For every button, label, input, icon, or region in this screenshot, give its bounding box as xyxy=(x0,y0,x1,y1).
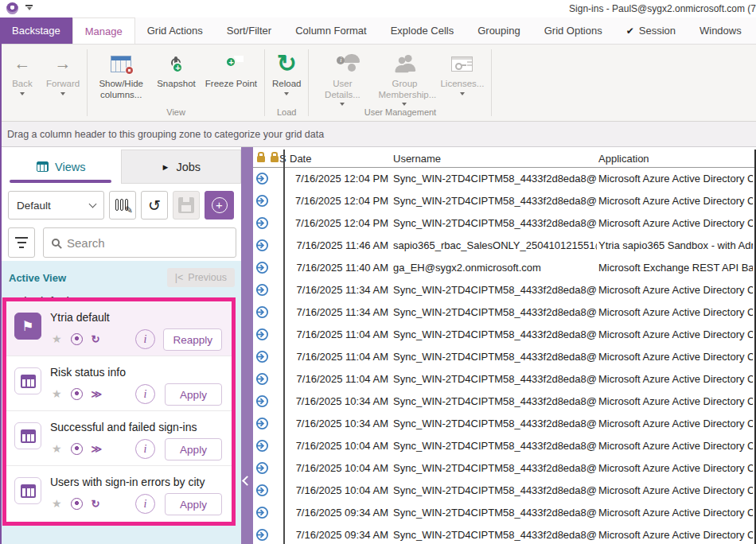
view-list-item[interactable]: ⚑ Risk status info ★ ≫ i Apply xyxy=(6,356,232,411)
favorite-star-icon[interactable]: ★ xyxy=(52,497,62,510)
table-row[interactable]: 7/16/2025 11:40 AM ga_EH@sygx2.onmicroso… xyxy=(253,257,754,279)
cell-application[interactable]: Microsoft Azure Active Directory Co xyxy=(598,217,753,229)
cell-username[interactable]: Sync_WIN-2TD4CIPTM58_4433f2d8eda8@syg xyxy=(393,328,597,340)
view-category-select[interactable]: Default xyxy=(8,191,104,220)
apply-view-button[interactable]: Apply xyxy=(165,493,222,515)
cell-username[interactable]: Sync_WIN-2TD4CIPTM58_4433f2d8eda8@syg xyxy=(393,195,597,207)
ribbon-tab[interactable]: ✔ Grouping xyxy=(466,17,532,44)
group-membership-button[interactable]: Group Membership... xyxy=(373,49,435,107)
cell-date[interactable]: 7/16/2025 11:04 AM xyxy=(285,328,388,340)
ribbon-tab[interactable]: ✔ Grid Actions xyxy=(135,17,215,44)
back-button[interactable]: ← Back xyxy=(3,49,41,107)
table-row[interactable]: 7/16/2025 11:34 AM Sync_WIN-2TD4CIPTM58_… xyxy=(253,279,754,301)
tab-views[interactable]: Views xyxy=(2,150,121,184)
cell-application[interactable]: Microsoft Azure Active Directory Co xyxy=(598,462,753,474)
user-details-button[interactable]: i User Details... xyxy=(311,49,373,107)
table-row[interactable]: 7/16/2025 10:34 AM Sync_WIN-2TD4CIPTM58_… xyxy=(253,413,754,435)
cell-application[interactable]: Microsoft Azure Active Directory Co xyxy=(598,507,753,519)
table-row[interactable]: 7/16/2025 12:04 PM Sync_WIN-2TD4CIPTM58_… xyxy=(253,212,754,235)
cell-username[interactable]: Sync_WIN-2TD4CIPTM58_4433f2d8eda8@syg xyxy=(393,529,597,541)
cell-username[interactable]: ga_EH@sygx2.onmicrosoft.com xyxy=(393,262,597,274)
cell-date[interactable]: 7/16/2025 09:34 AM xyxy=(285,507,388,519)
edit-columns-button[interactable]: ✎ xyxy=(109,191,136,220)
ribbon-tab[interactable]: ✔ Manage xyxy=(72,17,135,44)
table-row[interactable]: 7/16/2025 12:04 PM Sync_WIN-2TD4CIPTM58_… xyxy=(253,190,754,212)
forward-button[interactable]: → Forward xyxy=(41,49,84,107)
cell-date[interactable]: 7/16/2025 11:34 AM xyxy=(285,306,388,318)
cell-username[interactable]: Sync_WIN-2TD4CIPTM58_4433f2d8eda8@syg xyxy=(393,373,597,385)
undo-button[interactable]: ↺ xyxy=(141,191,168,220)
cell-application[interactable]: Microsoft Azure Active Directory Co xyxy=(598,440,753,452)
ribbon-tab[interactable]: ✔ Explode Cells xyxy=(379,17,466,44)
licenses-button[interactable]: Licenses... xyxy=(435,49,489,107)
cell-date[interactable]: 7/16/2025 12:04 PM xyxy=(285,217,388,229)
cell-application[interactable]: Microsoft Azure Active Directory Co xyxy=(598,306,753,318)
cell-application[interactable]: Microsoft Exchange REST API Based xyxy=(598,262,753,274)
cell-date[interactable]: 7/16/2025 12:04 PM xyxy=(285,195,388,207)
cell-application[interactable]: Microsoft Azure Active Directory Co xyxy=(598,373,753,385)
user-details-dropdown-icon[interactable] xyxy=(340,103,345,106)
cell-username[interactable]: Sync_WIN-2TD4CIPTM58_4433f2d8eda8@syg xyxy=(393,440,597,452)
cell-date[interactable]: 7/16/2025 11:46 AM xyxy=(285,239,388,251)
cell-date[interactable]: 7/16/2025 11:04 AM xyxy=(285,351,388,363)
cell-application[interactable]: Ytria sapio365 Sandbox - with Adm xyxy=(598,239,753,251)
cell-date[interactable]: 7/16/2025 11:04 AM xyxy=(285,373,388,385)
previous-view-button[interactable]: |< Previous xyxy=(167,268,235,287)
table-row[interactable]: 7/16/2025 11:04 AM Sync_WIN-2TD4CIPTM58_… xyxy=(253,368,754,391)
panel-splitter[interactable] xyxy=(241,147,253,544)
cell-username[interactable]: Sync_WIN-2TD4CIPTM58_4433f2d8eda8@syg xyxy=(393,173,597,185)
table-row[interactable]: 7/16/2025 09:34 AM Sync_WIN-2TD4CIPTM58_… xyxy=(253,502,754,524)
filter-button[interactable] xyxy=(8,227,35,258)
cell-date[interactable]: 7/16/2025 10:04 AM xyxy=(285,440,388,452)
cell-username[interactable]: sapio365_rbac_SalesONLY_250410121551@o xyxy=(393,239,597,251)
table-row[interactable]: 7/16/2025 10:04 AM Sync_WIN-2TD4CIPTM58_… xyxy=(253,480,754,502)
collapse-panel-chevron-icon[interactable] xyxy=(242,476,252,486)
apply-view-button[interactable]: Reapply xyxy=(163,328,222,351)
freeze-point-button[interactable]: + Freeze Point xyxy=(201,49,262,107)
lock-column-icon[interactable] xyxy=(271,156,279,162)
cell-application[interactable]: Microsoft Azure Active Directory Co xyxy=(598,195,753,207)
view-list-item[interactable]: ⚑ Successful and failed sign-ins ★ ≫ i A… xyxy=(6,411,232,466)
ribbon-tab[interactable]: ✔ Windows xyxy=(688,17,754,44)
quick-access-dropdown-icon[interactable] xyxy=(25,5,33,10)
cell-username[interactable]: Sync_WIN-2TD4CIPTM58_4433f2d8eda8@syg xyxy=(393,484,597,496)
back-dropdown-icon[interactable] xyxy=(20,92,25,95)
info-button[interactable]: i xyxy=(135,329,155,349)
cell-application[interactable]: Microsoft Azure Active Directory Co xyxy=(598,529,753,541)
cell-date[interactable]: 7/16/2025 12:04 PM xyxy=(285,173,388,185)
info-button[interactable]: i xyxy=(135,384,155,404)
cell-date[interactable]: 7/16/2025 09:34 AM xyxy=(285,529,388,541)
info-button[interactable]: i xyxy=(135,439,155,459)
apply-view-button[interactable]: Apply xyxy=(165,383,222,406)
licenses-dropdown-icon[interactable] xyxy=(460,92,465,95)
column-header-application[interactable]: Application xyxy=(598,153,649,165)
column-header-date[interactable]: Date xyxy=(290,153,311,165)
cell-username[interactable]: Sync_WIN-2TD4CIPTM58_4433f2d8eda8@syg xyxy=(393,306,597,318)
cell-application[interactable]: Microsoft Azure Active Directory Co xyxy=(598,351,753,363)
table-row[interactable]: 7/16/2025 10:04 AM Sync_WIN-2TD4CIPTM58_… xyxy=(253,457,754,480)
ribbon-tab[interactable]: ✔ Backstage xyxy=(0,17,72,44)
table-row[interactable]: 7/16/2025 10:04 AM Sync_WIN-2TD4CIPTM58_… xyxy=(253,435,754,457)
cell-application[interactable]: Microsoft Azure Active Directory Co xyxy=(598,395,753,407)
cell-username[interactable]: Sync_WIN-2TD4CIPTM58_4433f2d8eda8@syg xyxy=(393,418,597,429)
favorite-star-icon[interactable]: ★ xyxy=(52,442,62,455)
save-view-button[interactable] xyxy=(173,191,200,220)
table-row[interactable]: 7/16/2025 11:04 AM Sync_WIN-2TD4CIPTM58_… xyxy=(253,324,754,346)
apply-view-button[interactable]: Apply xyxy=(165,438,222,460)
column-header-username[interactable]: Username xyxy=(393,153,441,165)
table-row[interactable]: 7/16/2025 11:04 AM Sync_WIN-2TD4CIPTM58_… xyxy=(253,346,754,368)
cell-application[interactable]: Microsoft Azure Active Directory Co xyxy=(598,328,753,340)
cell-application[interactable]: Microsoft Azure Active Directory Co xyxy=(598,484,753,496)
table-row[interactable]: 7/16/2025 11:46 AM sapio365_rbac_SalesON… xyxy=(253,235,754,257)
ribbon-tab[interactable]: ✔ Session xyxy=(614,17,688,44)
cell-username[interactable]: Sync_WIN-2TD4CIPTM58_4433f2d8eda8@syg xyxy=(393,395,597,407)
favorite-star-icon[interactable]: ★ xyxy=(52,332,62,345)
favorite-star-icon[interactable]: ★ xyxy=(52,387,62,400)
view-list-item[interactable]: ⚑ Ytria default ★ ↻ i Reapply xyxy=(6,301,232,356)
add-view-button[interactable]: + xyxy=(205,191,234,220)
table-row[interactable]: 7/16/2025 10:34 AM Sync_WIN-2TD4CIPTM58_… xyxy=(253,391,754,413)
cell-username[interactable]: Sync_WIN-2TD4CIPTM58_4433f2d8eda8@syg xyxy=(393,462,597,474)
table-row[interactable]: 7/16/2025 11:34 AM Sync_WIN-2TD4CIPTM58_… xyxy=(253,301,754,324)
lock-column-icon[interactable] xyxy=(257,156,265,162)
cell-date[interactable]: 7/16/2025 11:40 AM xyxy=(285,262,388,274)
